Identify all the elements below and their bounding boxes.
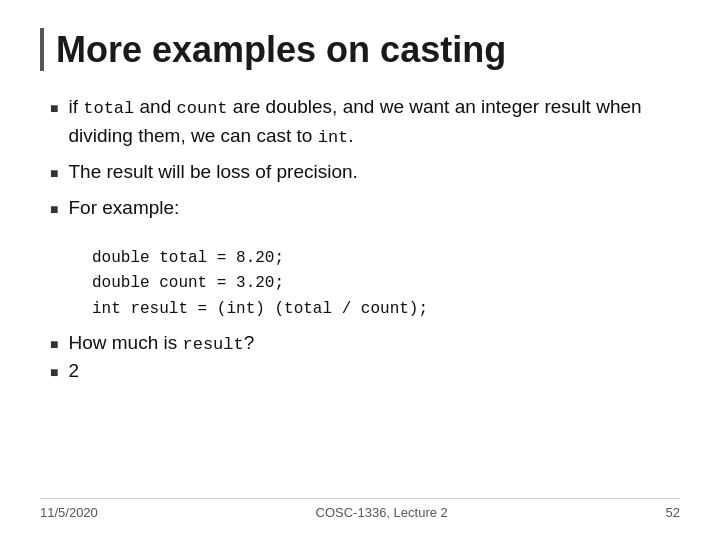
footer-date: 11/5/2020 — [40, 505, 98, 520]
bullet-text-1: if total and count are doubles, and we w… — [68, 93, 680, 150]
bullet-item-2: ■ The result will be loss of precision. — [50, 158, 680, 186]
bullet-icon-5: ■ — [50, 364, 58, 380]
bullet-text-3: For example: — [68, 194, 680, 222]
slide-footer: 11/5/2020 COSC-1336, Lecture 2 52 — [40, 498, 680, 520]
slide-title: More examples on casting — [40, 28, 680, 71]
bullet-item-5: ■ 2 — [50, 360, 680, 382]
bullet-text-2: The result will be loss of precision. — [68, 158, 680, 186]
code-block: double total = 8.20; double count = 3.20… — [92, 246, 680, 323]
bullet-item-4: ■ How much is result? — [50, 332, 680, 354]
bullet-item-1: ■ if total and count are doubles, and we… — [50, 93, 680, 150]
footer-course: COSC-1336, Lecture 2 — [316, 505, 448, 520]
bullet-text-5: 2 — [68, 360, 79, 382]
bullet-icon-2: ■ — [50, 163, 58, 183]
footer-page: 52 — [666, 505, 680, 520]
bullet-item-3: ■ For example: — [50, 194, 680, 222]
bullet-icon-4: ■ — [50, 336, 58, 352]
bullet-text-4: How much is result? — [68, 332, 254, 354]
main-bullet-list: ■ if total and count are doubles, and we… — [50, 93, 680, 229]
bullet-icon-3: ■ — [50, 199, 58, 219]
slide: More examples on casting ■ if total and … — [0, 0, 720, 540]
bullet-icon-1: ■ — [50, 98, 58, 118]
